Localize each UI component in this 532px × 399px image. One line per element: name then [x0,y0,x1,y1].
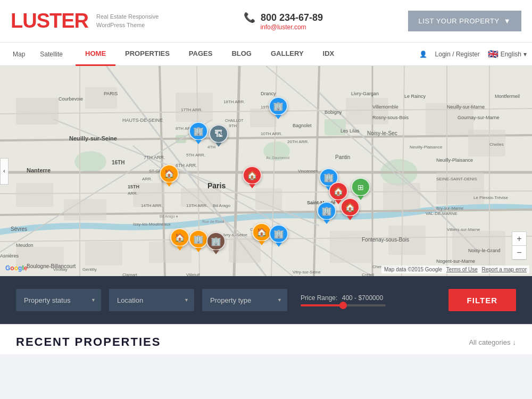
map-container[interactable]: Nanterre Neuilly-sur-Seine Boulogne-Bill… [0,66,532,276]
svg-text:Bd Arago: Bd Arago [213,203,230,208]
svg-text:HAUTS-DE-SEINE: HAUTS-DE-SEINE [122,118,163,123]
report-link[interactable]: Report a map error [482,267,527,272]
svg-text:Fontenay-sous-Bois: Fontenay-sous-Bois [362,237,409,243]
map-marker-blue-4[interactable]: 🏢 [317,202,336,224]
logo-tagline: Real Estate Responsive WordPress Theme [96,13,159,29]
map-marker-blue-1[interactable]: 🏢 [269,97,288,119]
svg-text:Rue de Rivoli: Rue de Rivoli [202,220,225,223]
svg-rect-41 [383,183,420,210]
person-icon: 👤 [419,51,427,58]
svg-text:18TH ARR.: 18TH ARR. [223,99,245,104]
svg-rect-37 [64,199,106,220]
satellite-view-button[interactable]: Satellite [32,46,70,62]
map-marker-blue-5[interactable]: 🏢 [269,225,288,247]
svg-text:14TH ARR.: 14TH ARR. [141,203,162,208]
nav-item-home[interactable]: HOME [76,43,115,66]
svg-text:ARR.: ARR. [142,177,152,181]
marker-tail [195,140,202,144]
filter-button[interactable]: FILTER [448,289,516,311]
nav-left: Map Satellite HOME PROPERTIES PAGES BLOG… [5,43,344,66]
svg-text:Neuilly-Plaisance: Neuilly-Plaisance [436,157,473,163]
logo: LUSTER [11,10,88,32]
google-logo: Google [5,264,27,272]
map-marker-orange-3[interactable]: 🏢 [189,230,208,252]
svg-text:Gentilly: Gentilly [82,267,97,272]
map-marker-gray[interactable]: 🏗 [209,124,228,147]
svg-text:Les Lilas: Les Lilas [340,128,360,134]
svg-text:Noisy-le-Sec: Noisy-le-Sec [367,130,397,136]
nav-item-pages[interactable]: PAGES [179,43,222,66]
phone-number: 📞 800 234-67-89 [244,12,323,23]
svg-text:Bobigny: Bobigny [325,110,342,115]
property-status-select[interactable]: Property status For Sale For Rent [16,289,101,311]
price-slider-container[interactable] [301,304,386,306]
svg-text:Livry-Gargan: Livry-Gargan [351,91,379,96]
svg-rect-40 [255,188,282,210]
svg-text:20TH ARR.: 20TH ARR. [287,139,309,144]
svg-text:Pantin: Pantin [335,154,350,160]
marker-tail [195,248,202,252]
svg-text:Villemomble: Villemomble [372,104,398,110]
filter-bar: Property status For Sale For Rent Locati… [0,276,532,324]
property-status-wrapper: Property status For Sale For Rent [16,289,101,311]
language-selector[interactable]: 🇬🇧 English ▾ [488,49,527,59]
marker-icon: 🏢 [317,202,336,220]
nav-item-gallery[interactable]: GALLERY [261,43,313,66]
svg-text:Vitry-sur-Seine: Vitry-sur-Seine [293,270,321,275]
email-link[interactable]: info@luster.com [244,23,323,31]
map-marker-green[interactable]: ⊞ [351,178,370,200]
svg-text:Bd Arago ♦: Bd Arago ♦ [160,214,178,219]
svg-text:Av. Daumesnil: Av. Daumesnil [266,156,290,160]
logo-rest: USTER [22,10,88,32]
svg-rect-30 [85,87,117,109]
nav-right: 👤 Login / Register 🇬🇧 English ▾ [419,49,527,59]
logo-area: LUSTER Real Estate Responsive WordPress … [11,10,159,32]
zoom-out-button[interactable]: − [512,246,526,260]
marker-icon: 🏗 [209,124,228,143]
map-marker-brown[interactable]: 🏢 [206,232,226,254]
map-collapse-button[interactable]: ‹ [0,158,9,185]
nav-item-blog[interactable]: BLOG [222,43,261,66]
svg-text:Neuilly-sur-Marne: Neuilly-sur-Marne [447,104,485,110]
nav-item-properties[interactable]: PROPERTIES [115,43,179,66]
marker-icon: 🏠 [243,166,262,185]
svg-text:13TH ARR.: 13TH ARR. [186,203,207,208]
price-slider-thumb[interactable] [339,302,347,309]
map-marker-orange-4[interactable]: 🏠 [252,223,271,245]
svg-text:Créteil: Créteil [362,272,374,276]
location-select[interactable]: Location Paris Suburbs [109,289,194,311]
svg-text:Montfermeil: Montfermeil [495,94,520,99]
property-type-select[interactable]: Property type Apartment House Commercial [202,289,287,311]
svg-text:5TH ARR.: 5TH ARR. [186,153,205,157]
marker-icon: 🏠 [252,223,271,242]
map-marker-orange-1[interactable]: 🏠 [160,164,179,187]
svg-text:Courbevoie: Courbevoie [59,96,83,102]
zoom-in-button[interactable]: + [512,232,526,246]
map-marker-red-1[interactable]: 🏠 [243,166,262,188]
marker-tail [177,246,183,251]
all-categories-link[interactable]: All categories ↓ [469,338,516,346]
list-property-button[interactable]: LIST YOUR PROPERTY ▼ [408,11,521,31]
svg-text:Bagnolet: Bagnolet [293,123,312,128]
svg-text:Chelles: Chelles [489,142,504,147]
recent-properties-section: RECENT PROPERTIES All categories ↓ [0,324,532,354]
terms-link[interactable]: Terms of Use [446,267,478,272]
svg-text:Villejuif: Villejuif [186,272,200,276]
marker-icon: 🏢 [189,122,208,140]
map-marker-orange-2[interactable]: 🏠 [170,228,189,251]
map-marker-red-3[interactable]: 🏠 [340,198,360,220]
svg-text:Gournay-sur-Marne: Gournay-sur-Marne [458,115,500,120]
map-view-button[interactable]: Map [5,46,32,62]
svg-text:Bry-sur-Marne: Bry-sur-Marne [436,206,464,211]
svg-rect-29 [16,98,59,124]
svg-text:Viroflay: Viroflay [53,267,68,272]
svg-text:ARR.: ARR. [128,191,138,196]
main-nav: Map Satellite HOME PROPERTIES PAGES BLOG… [0,43,532,66]
svg-text:Vincennes: Vincennes [298,169,318,173]
nav-item-idx[interactable]: IDX [313,43,344,66]
svg-text:Boulogne-Billancourt: Boulogne-Billancourt [27,263,76,269]
site-header: LUSTER Real Estate Responsive WordPress … [0,0,532,43]
marker-icon: 🏢 [189,230,208,248]
map-marker-blue-2[interactable]: 🏢 [189,122,208,144]
login-register-link[interactable]: Login / Register [435,51,480,58]
